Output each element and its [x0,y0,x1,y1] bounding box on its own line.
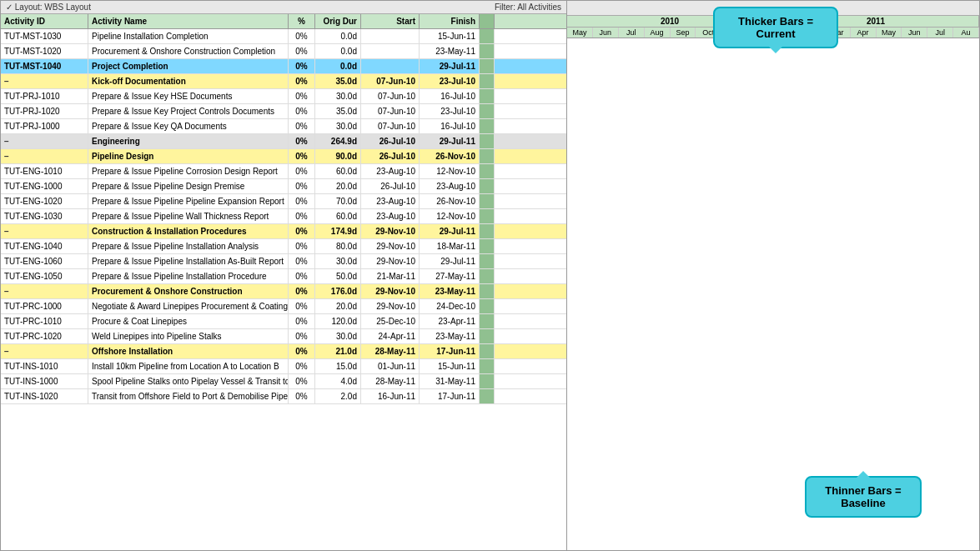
cell-start [361,29,420,43]
cell-id: TUT-PRC-1010 [1,314,88,328]
cell-finish: 27-May-11 [420,269,480,283]
cell-arrow [480,284,495,298]
cell-name: Weld Linepipes into Pipeline Stalks [88,329,289,343]
cell-dur: 0.0d [315,44,361,58]
cell-name: Offshore Installation [88,344,289,358]
cell-arrow [480,359,495,373]
cell-pct: 0% [289,74,315,88]
chart-body [567,38,979,550]
cell-start: 07-Jun-10 [361,74,420,88]
cell-dur: 70.0d [315,194,361,208]
header-dur[interactable]: Orig Dur [315,14,361,28]
table-row: TUT-PRC-1020 Weld Linepipes into Pipelin… [1,329,566,344]
cell-name: Procure & Coat Linepipes [88,314,289,328]
cell-start: 24-Apr-11 [361,329,420,343]
cell-finish: 29-Jul-11 [420,59,480,73]
table-row: − Pipeline Design 0% 90.0d 26-Jul-10 26-… [1,149,566,164]
table-row: − Construction & Installation Procedures… [1,224,566,239]
cell-arrow [480,59,495,73]
cell-arrow [480,314,495,328]
cell-dur: 60.0d [315,164,361,178]
gantt-table: ✓ Layout: WBS Layout Filter: All Activit… [0,0,567,551]
header-finish[interactable]: Finish [420,14,480,28]
cell-pct: 0% [289,359,315,373]
app-container: ✓ Layout: WBS Layout Filter: All Activit… [0,0,980,551]
callout-thicker: Thicker Bars = Current [713,7,838,48]
header-pct[interactable]: % [289,14,315,28]
cell-start [361,44,420,58]
cell-finish: 23-May-11 [420,44,480,58]
cell-id: TUT-PRJ-1020 [1,104,88,118]
cell-pct: 0% [289,179,315,193]
cell-pct: 0% [289,254,315,268]
cell-id: TUT-INS-1010 [1,359,88,373]
cell-dur: 20.0d [315,179,361,193]
cell-name: Procurement & Onshore Construction [88,284,289,298]
gantt-chart: 2010 2011 May Jun Jul Aug Sep Oct Nov De… [567,0,980,551]
cell-id: TUT-INS-1000 [1,374,88,388]
cell-name: Spool Pipeline Stalks onto Pipelay Vesse… [88,374,289,388]
cell-id: − [1,284,88,298]
cell-finish: 24-Dec-10 [420,299,480,313]
cell-pct: 0% [289,59,315,73]
cell-id: − [1,344,88,358]
cell-start: 26-Jul-10 [361,134,420,148]
table-row: TUT-PRJ-1000 Prepare & Issue Key QA Docu… [1,119,566,134]
table-row: TUT-MST-1040 Project Completion 0% 0.0d … [1,59,566,74]
collapse-icon[interactable]: − [4,137,9,146]
cell-id: TUT-MST-1030 [1,29,88,43]
cell-dur: 21.0d [315,344,361,358]
cell-id: TUT-MST-1020 [1,44,88,58]
table-row: − Kick-off Documentation 0% 35.0d 07-Jun… [1,74,566,89]
cell-start: 26-Jul-10 [361,179,420,193]
cell-name: Transit from Offshore Field to Port & De… [88,389,289,403]
cell-start: 01-Jun-11 [361,359,420,373]
collapse-icon[interactable]: − [4,77,9,86]
cell-dur: 30.0d [315,119,361,133]
cell-id: TUT-ENG-1020 [1,194,88,208]
cell-pct: 0% [289,149,315,163]
month-apr11: Apr [851,28,877,38]
header-activity-id[interactable]: Activity ID [1,14,88,28]
cell-pct: 0% [289,314,315,328]
cell-arrow [480,104,495,118]
table-row: TUT-ENG-1050 Prepare & Issue Pipeline In… [1,269,566,284]
cell-start: 29-Nov-10 [361,224,420,238]
month-jul10: Jul [619,28,645,38]
header-start[interactable]: Start [361,14,420,28]
cell-dur: 120.0d [315,314,361,328]
collapse-icon[interactable]: − [4,152,9,161]
cell-pct: 0% [289,164,315,178]
cell-dur: 264.9d [315,134,361,148]
cell-pct: 0% [289,224,315,238]
cell-dur: 2.0d [315,389,361,403]
cell-dur: 176.0d [315,284,361,298]
cell-id: − [1,74,88,88]
cell-name: Negotiate & Award Linepipes Procurement … [88,299,289,313]
table-row: TUT-INS-1010 Install 10km Pipeline from … [1,359,566,374]
cell-dur: 30.0d [315,254,361,268]
cell-pct: 0% [289,299,315,313]
cell-start: 25-Dec-10 [361,314,420,328]
cell-start: 29-Nov-10 [361,239,420,253]
cell-arrow [480,224,495,238]
cell-pct: 0% [289,269,315,283]
cell-start: 23-Aug-10 [361,194,420,208]
header-activity-name[interactable]: Activity Name [88,14,289,28]
collapse-icon[interactable]: − [4,347,9,356]
cell-arrow [480,74,495,88]
table-row: TUT-MST-1030 Pipeline Installation Compl… [1,29,566,44]
cell-finish: 23-May-11 [420,284,480,298]
cell-dur: 4.0d [315,374,361,388]
cell-start: 23-Aug-10 [361,209,420,223]
cell-pct: 0% [289,284,315,298]
cell-name: Prepare & Issue Pipeline Design Premise [88,179,289,193]
month-au11: Au [953,28,979,38]
cell-id: − [1,149,88,163]
collapse-icon[interactable]: − [4,227,9,236]
cell-start: 16-Jun-11 [361,389,420,403]
collapse-icon[interactable]: − [4,287,9,296]
month-aug10: Aug [645,28,671,38]
cell-dur: 30.0d [315,329,361,343]
table-row: TUT-ENG-1020 Prepare & Issue Pipeline Pi… [1,194,566,209]
